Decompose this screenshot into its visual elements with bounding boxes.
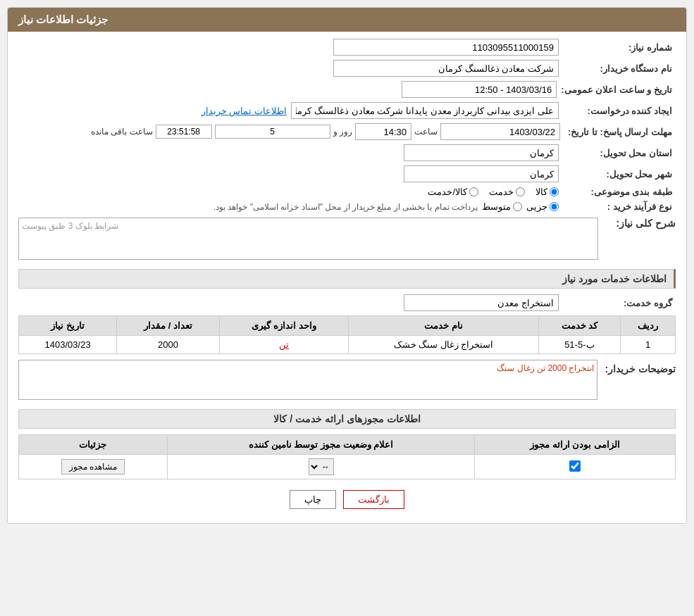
permit-row: -- مشاهده مجوز xyxy=(19,455,676,479)
cell-amount: 2000 xyxy=(117,336,220,354)
tamas-khardar-link[interactable]: اطلاعات تماس خریدار xyxy=(202,106,287,116)
view-permit-button[interactable]: مشاهده مجوز xyxy=(61,459,125,474)
radio-kala-input[interactable] xyxy=(550,187,559,196)
col-radif: ردیف xyxy=(621,316,676,336)
col-name: نام خدمت xyxy=(349,316,538,336)
ijad-konande-label: ایجاد کننده درخواست: xyxy=(563,106,676,116)
radio-jozi[interactable]: جزیی xyxy=(526,201,559,212)
group-khedmat-input[interactable] xyxy=(404,294,559,311)
mohlat-date-input[interactable] xyxy=(440,123,560,140)
page-header: جزئیات اطلاعات نیاز xyxy=(8,8,686,32)
radio-khedmat-input[interactable] xyxy=(516,187,525,196)
radio-mottavaset[interactable]: متوسط xyxy=(482,201,522,212)
col-amount: تعداد / مقدار xyxy=(117,316,220,336)
shomara-niaz-label: شماره نیاز: xyxy=(563,42,676,53)
radio-kala-label: کالا xyxy=(535,187,547,197)
table-row: 1 ب-5-51 استخراج زغال سنگ خشک تن 2000 14… xyxy=(19,336,676,354)
radio-kala-khedmat-input[interactable] xyxy=(469,187,478,196)
sharh-koli-placeholder: شرایط بلوک 3 طبق پیوست xyxy=(22,221,118,231)
mohlat-time2-input[interactable] xyxy=(156,125,212,139)
cell-name: استخراج زغال سنگ خشک xyxy=(349,336,538,354)
col-elzami: الزامی بودن ارائه مجوز xyxy=(475,435,676,455)
radio-mottavaset-label: متوسط xyxy=(482,201,511,212)
services-section-title: اطلاعات خدمات مورد نیاز xyxy=(18,269,676,289)
page-title: جزئیات اطلاعات نیاز xyxy=(18,13,108,25)
nam-dastgah-label: نام دستگاه خریدار: xyxy=(563,63,676,74)
cell-unit[interactable]: تن xyxy=(219,336,349,354)
radio-khedmat[interactable]: خدمت xyxy=(489,187,525,197)
col-status: اعلام وضعیت مجوز توسط نامین کننده xyxy=(167,435,474,455)
tarikh-aalan-input[interactable] xyxy=(402,81,557,98)
tabagheh-radio-group: کالا خدمت کالا/خدمت xyxy=(428,187,559,197)
permits-title: اطلاعات مجوزهای ارائه خدمت / کالا xyxy=(18,409,676,429)
cell-code: ب-5-51 xyxy=(538,336,620,354)
radio-khedmat-label: خدمت xyxy=(489,187,514,197)
buyer-desc-value: انتخراج 2000 تن زغال سنگ xyxy=(497,363,594,373)
radio-kala[interactable]: کالا xyxy=(535,187,559,197)
tabagheh-label: طبقه بندی موضوعی: xyxy=(563,187,676,197)
col-details: جزئیات xyxy=(19,435,168,455)
permit-details[interactable]: مشاهده مجوز xyxy=(19,455,168,479)
cell-date: 1403/03/23 xyxy=(19,336,117,354)
group-khedmat-label: گروه خدمت: xyxy=(563,298,676,308)
radio-kala-khedmat[interactable]: کالا/خدمت xyxy=(428,187,478,197)
buyer-desc-label: توضیحات خریدار: xyxy=(605,363,676,375)
col-code: کد خدمت xyxy=(538,316,620,336)
nam-dastgah-input[interactable] xyxy=(333,60,559,77)
mohlat-roz-input[interactable] xyxy=(215,125,330,139)
sharh-koli-label: شرح کلی نیاز: xyxy=(605,218,676,229)
col-date: تاریخ نیاز xyxy=(19,316,117,336)
shomara-niaz-input[interactable] xyxy=(333,39,559,56)
tarikh-aalan-label: تاریخ و ساعت اعلان عمومی: xyxy=(561,84,676,95)
services-table: ردیف کد خدمت نام خدمت واحد اندازه گیری ت… xyxy=(18,315,676,354)
print-button[interactable]: چاپ xyxy=(290,490,336,509)
permit-elzami xyxy=(475,455,676,479)
ostan-input[interactable] xyxy=(404,144,559,161)
radio-kala-khedmat-label: کالا/خدمت xyxy=(428,187,467,197)
permit-select[interactable]: -- xyxy=(309,458,334,475)
noee-radio-group: جزیی متوسط پرداخت تمام یا بخشی از مبلغ خ… xyxy=(213,201,559,212)
radio-jozi-input[interactable] xyxy=(550,202,559,211)
roz-label: روز و xyxy=(333,127,352,137)
permit-status: -- xyxy=(167,455,474,479)
mohlat-label: مهلت ارسال پاسخ: تا تاریخ: xyxy=(563,127,676,137)
back-button[interactable]: بازگشت xyxy=(343,490,404,509)
col-unit: واحد اندازه گیری xyxy=(219,316,349,336)
action-buttons: بازگشت چاپ xyxy=(18,490,676,509)
radio-jozi-label: جزیی xyxy=(526,201,547,212)
saat-label: ساعت xyxy=(414,127,438,137)
unit-link[interactable]: تن xyxy=(279,339,289,350)
radio-mottavaset-input[interactable] xyxy=(513,202,522,211)
mohlat-time-input[interactable] xyxy=(355,123,411,140)
cell-radif: 1 xyxy=(621,336,676,354)
baqi-mande-label: ساعت باقی مانده xyxy=(91,127,153,137)
ostan-label: استان محل تحویل: xyxy=(563,148,676,158)
noee-label: نوع فرآیند خرید : xyxy=(563,201,676,212)
permits-table: الزامی بودن ارائه مجوز اعلام وضعیت مجوز … xyxy=(18,434,676,479)
purchase-desc: پرداخت تمام یا بخشی از مبلغ خریدار از مح… xyxy=(213,202,478,212)
shahr-label: شهر محل تحویل: xyxy=(563,169,676,180)
shahr-input[interactable] xyxy=(404,165,559,182)
permit-checkbox[interactable] xyxy=(569,460,581,472)
ijad-konande-input[interactable] xyxy=(291,102,559,119)
